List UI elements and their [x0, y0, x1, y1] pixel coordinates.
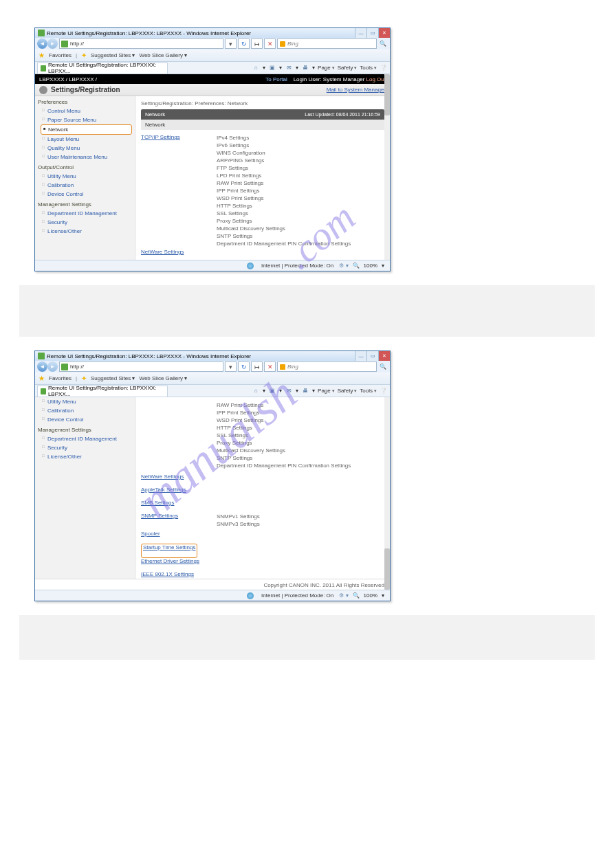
favorites-star-icon[interactable]: ★: [39, 52, 45, 59]
link-spooler[interactable]: Spooler: [141, 531, 217, 537]
refresh-button[interactable]: ↻: [238, 38, 250, 49]
suggested-sites[interactable]: Suggested Sites ▾: [91, 52, 135, 58]
minimize-button[interactable]: —: [355, 351, 366, 361]
mail-icon[interactable]: ✉: [285, 387, 293, 395]
ie-window-2: Remote UI Settings/Registration: LBPXXXX…: [34, 350, 391, 601]
link-appletalk-2[interactable]: AppleTalk Settings: [141, 487, 217, 493]
app-icon: [38, 353, 45, 359]
address-dropdown[interactable]: ▾: [225, 38, 237, 49]
address-bar-2[interactable]: http://: [59, 361, 223, 372]
nav-layout-menu[interactable]: Layout Menu: [35, 135, 135, 144]
copyright: Copyright CANON INC. 2011 All Rights Res…: [35, 579, 390, 590]
main-area-2: RAW Print Settings IPP Print Settings WS…: [135, 397, 390, 579]
feeds-icon[interactable]: ▣: [268, 64, 276, 72]
tab-active[interactable]: Remote UI Settings/Registration: LBPXXXX…: [37, 63, 168, 74]
link-netware[interactable]: NetWare Settings: [141, 249, 217, 255]
favorites-star-icon[interactable]: ★: [39, 375, 45, 382]
link-netware-2[interactable]: NetWare Settings: [141, 474, 217, 480]
zoom-icon[interactable]: 🔍: [353, 263, 360, 269]
maximize-button[interactable]: ▭: [366, 351, 378, 361]
minimize-button[interactable]: —: [355, 28, 366, 38]
nav-group-management: Management Settings: [35, 199, 135, 209]
home-icon[interactable]: ⌂: [252, 64, 260, 72]
address-text: http://: [70, 41, 84, 47]
print-icon[interactable]: 🖶: [301, 64, 309, 72]
logout-link[interactable]: Log Out: [366, 76, 386, 82]
scrollbar[interactable]: [384, 74, 390, 260]
back-button[interactable]: ◄: [37, 361, 47, 372]
close-button[interactable]: ✕: [378, 351, 390, 361]
link-smb-2[interactable]: SMB Settings: [141, 500, 217, 506]
link-startup-time-highlighted[interactable]: Startup Time Settings: [141, 544, 197, 558]
zoom-value[interactable]: 100%: [364, 263, 377, 269]
nav-security[interactable]: Security: [35, 218, 135, 227]
forward-button[interactable]: ►: [47, 361, 58, 372]
close-button[interactable]: ✕: [378, 28, 390, 38]
nav-user-maintenance[interactable]: User Maintenance Menu: [35, 153, 135, 162]
status-bar: Internet | Protected Mode: On ⚙ ▾ 🔍 100%…: [35, 260, 390, 271]
help-icon[interactable]: ❔: [380, 387, 388, 395]
nav-calibration[interactable]: Calibration: [35, 181, 135, 190]
nav-group-output: Output/Control: [35, 162, 135, 172]
tab-label: Remote UI Settings/Registration: LBPXXXX…: [48, 62, 164, 74]
nav-paper-source[interactable]: Paper Source Menu: [35, 115, 135, 124]
status-zone: Internet | Protected Mode: On: [261, 263, 333, 269]
nav-utility-menu[interactable]: Utility Menu: [35, 172, 135, 181]
window-title: Remote UI Settings/Registration: LBPXXXX…: [47, 30, 251, 36]
forward-button[interactable]: ►: [47, 38, 58, 49]
section-sub-network: Network: [141, 120, 384, 130]
protected-mode-icon[interactable]: ⚙ ▾: [339, 263, 348, 269]
scrollbar-2[interactable]: [384, 397, 390, 590]
nav-utility-menu-2[interactable]: Utility Menu: [35, 397, 135, 406]
web-slice-gallery[interactable]: Web Slice Gallery ▾: [139, 52, 187, 58]
menu-safety[interactable]: Safety: [338, 65, 358, 71]
to-portal-link[interactable]: To Portal: [265, 76, 287, 82]
main-area-1: Settings/Registration: Preferences: Netw…: [135, 96, 390, 260]
search-box[interactable]: Bing: [277, 38, 377, 49]
link-ethernet-driver[interactable]: Ethernet Driver Settings: [141, 558, 217, 564]
maximize-button[interactable]: ▭: [366, 28, 378, 38]
nav-device-control[interactable]: Device Control: [35, 190, 135, 199]
nav-quality-menu[interactable]: Quality Menu: [35, 144, 135, 153]
link-tcpip-settings[interactable]: TCP/IP Settings: [141, 134, 217, 140]
search-placeholder: Bing: [287, 41, 298, 47]
back-button[interactable]: ◄: [37, 38, 47, 49]
address-bar[interactable]: http://: [59, 38, 223, 49]
nav-network-selected[interactable]: Network: [41, 124, 132, 135]
stop-button[interactable]: ✕: [264, 38, 276, 49]
nav-group-preferences: Preferences: [35, 96, 135, 107]
go-button[interactable]: ↦: [251, 38, 263, 49]
bing-icon: [280, 41, 285, 47]
login-user: System Manager: [323, 76, 364, 82]
nav-dept-id[interactable]: Department ID Management: [35, 209, 135, 218]
gear-icon: [39, 86, 47, 94]
nav-control-menu[interactable]: Control Menu: [35, 107, 135, 115]
nav-license-other[interactable]: License/Other: [35, 227, 135, 236]
site-icon: [61, 364, 68, 370]
menu-tools[interactable]: Tools: [360, 65, 377, 71]
mail-icon[interactable]: ✉: [285, 64, 293, 72]
link-snmp[interactable]: SNMP Settings: [141, 513, 217, 519]
nav-device-control-2[interactable]: Device Control: [35, 415, 135, 424]
address-bar-row: ◄ ► http:// ▾ ↻ ↦ ✕ Bing 🔍: [35, 38, 390, 49]
device-name: LBPXXXX / LBPXXXX /: [39, 76, 97, 82]
search-box-2[interactable]: Bing: [277, 361, 377, 372]
link-ieee-8021x[interactable]: IEEE 802.1X Settings: [141, 571, 217, 577]
favorites-label[interactable]: Favorites: [49, 52, 72, 58]
tcpip-sublist: IPv4 Settings IPv6 Settings WINS Configu…: [217, 134, 351, 247]
login-prefix: Login User:: [294, 76, 322, 82]
nav-calibration-2[interactable]: Calibration: [35, 406, 135, 415]
home-icon[interactable]: ⌂: [252, 387, 260, 395]
breadcrumb: Settings/Registration: Preferences: Netw…: [141, 100, 384, 107]
help-icon[interactable]: ❔: [380, 64, 388, 72]
caption-band-2: [19, 615, 595, 660]
page-content-1: LBPXXXX / LBPXXXX / To Portal Login User…: [35, 74, 390, 260]
app-icon: [38, 30, 45, 36]
print-icon[interactable]: 🖶: [301, 387, 309, 395]
menu-page[interactable]: Page: [318, 65, 335, 71]
last-updated: Last Updated: 08/04 2011 21:16:59: [305, 112, 380, 117]
mail-system-manager-link[interactable]: Mail to System Manager: [327, 87, 386, 93]
search-button[interactable]: 🔍: [378, 39, 388, 48]
feeds-icon[interactable]: ▣: [268, 387, 276, 395]
tab-active-2[interactable]: Remote UI Settings/Registration: LBPXXXX…: [37, 386, 168, 397]
